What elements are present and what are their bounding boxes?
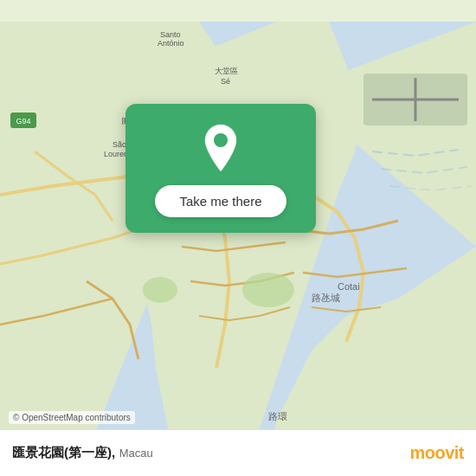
svg-point-1 — [242, 273, 294, 307]
place-city: Macau — [119, 447, 153, 460]
svg-text:Cotai: Cotai — [338, 281, 360, 292]
map-background: Cotai 路氹城 São Lourenço Santo António 大堂區… — [0, 0, 476, 476]
place-name: 匯景花園(第一座), — [12, 445, 115, 460]
map-container: Cotai 路氹城 São Lourenço Santo António 大堂區… — [0, 0, 476, 476]
moovit-logo: moovit — [409, 443, 464, 463]
location-card: Take me there — [125, 104, 316, 233]
svg-text:São: São — [113, 140, 126, 149]
copyright-text: © OpenStreetMap contributors — [9, 411, 135, 424]
svg-point-2 — [143, 277, 177, 303]
svg-text:Santo: Santo — [160, 30, 181, 39]
svg-text:António: António — [158, 39, 184, 48]
bottom-bar: 匯景花園(第一座), Macau moovit — [0, 429, 476, 476]
take-me-there-button[interactable]: Take me there — [155, 185, 286, 217]
svg-text:Sé: Sé — [221, 77, 230, 86]
svg-text:大堂區: 大堂區 — [215, 67, 238, 75]
place-info: 匯景花園(第一座), Macau — [12, 445, 153, 461]
svg-point-16 — [214, 133, 228, 147]
svg-text:G94: G94 — [16, 117, 30, 125]
moovit-logo-text: moovit — [409, 443, 464, 463]
svg-text:路氹城: 路氹城 — [312, 293, 340, 303]
location-pin-icon — [200, 123, 241, 173]
svg-text:路環: 路環 — [268, 411, 287, 421]
